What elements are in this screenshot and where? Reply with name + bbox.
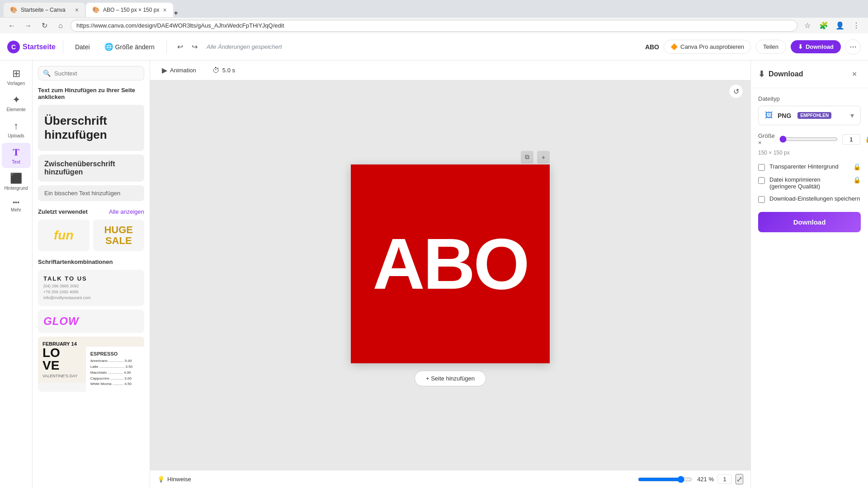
frame-copy-button[interactable]: ⧉ <box>521 151 533 164</box>
app-header: C Startseite Datei 🌐 Größe ändern ↩ ↪ Al… <box>0 33 868 61</box>
huge-sale-text: HUGESALE <box>104 225 133 246</box>
animation-button[interactable]: ▶ Animation <box>157 64 201 77</box>
refresh-button[interactable]: ↻ <box>38 19 51 32</box>
browser-toolbar: ← → ↻ ⌂ https://www.canva.com/design/DAE… <box>0 17 868 33</box>
font-sample-huge-sale[interactable]: HUGESALE <box>93 220 145 251</box>
new-tab-button[interactable]: + <box>174 9 178 17</box>
add-body-button[interactable]: Ein bisschen Text hinzufügen <box>38 185 144 201</box>
sidebar-item-hintergrund[interactable]: ⬛ Hintergrund <box>2 169 31 194</box>
tab-2-close-icon[interactable]: × <box>163 6 166 14</box>
uploads-icon: ↑ <box>14 120 19 132</box>
download-panel-header: ⬇ Download × <box>751 61 868 88</box>
search-bar[interactable]: 🔍 <box>38 66 144 80</box>
compress-checkbox[interactable] <box>758 177 765 184</box>
sidebar-item-text[interactable]: T Text <box>2 143 31 168</box>
font-combo-2[interactable]: GLOW <box>38 310 144 333</box>
logo-label: Startseite <box>23 43 56 51</box>
text-panel: 🔍 Text zum Hinzufügen zu Ihrer Seite ank… <box>33 61 150 488</box>
vorlagen-label: Vorlagen <box>7 81 25 86</box>
more-icon: ··· <box>849 42 856 52</box>
add-body-label: Ein bisschen Text hinzufügen <box>44 190 120 197</box>
add-subheading-button[interactable]: Zwischenüberschrift hinzufügen <box>38 155 144 182</box>
canvas-area: ▶ Animation ⏱ 5.0 s ↺ ⧉ + ABO <box>150 61 750 488</box>
canva-logo-icon: C <box>7 41 20 53</box>
undo-button[interactable]: ↩ <box>174 41 187 53</box>
address-bar[interactable]: https://www.canva.com/design/DAE4WOR3lts… <box>71 20 797 32</box>
add-page-button[interactable]: + Seite hinzufügen <box>415 371 486 386</box>
canvas-frame[interactable]: ABO <box>351 164 550 363</box>
redo-button[interactable]: ↪ <box>189 41 201 53</box>
svg-text:C: C <box>11 43 16 51</box>
saved-status: Alle Änderungen gespeichert <box>207 43 640 50</box>
show-all-link[interactable]: Alle anzeigen <box>109 208 144 215</box>
font-sample-fun[interactable]: fun <box>38 220 90 251</box>
font-combo-1[interactable]: TALK TO US (04) 296 3965 2092+76 209 109… <box>38 270 144 306</box>
download-header-icon: ⬇ <box>798 43 803 50</box>
canva-logo[interactable]: C Startseite <box>7 41 56 53</box>
duration-button[interactable]: ⏱ 5.0 s <box>208 64 240 77</box>
font-combinations-title: Schriftartenkombinationen <box>38 258 144 265</box>
size-value-input[interactable] <box>842 134 860 145</box>
download-panel-button[interactable]: Download <box>758 212 861 232</box>
refresh-canvas-button[interactable]: ↺ <box>729 84 743 99</box>
forward-button[interactable]: → <box>22 19 34 32</box>
menu-button[interactable]: ⋮ <box>850 19 863 32</box>
sidebar-item-vorlagen[interactable]: ⊞ Vorlagen <box>2 64 31 89</box>
text-options-title: Text zum Hinzufügen zu Ihrer Seite ankli… <box>38 87 144 100</box>
download-panel-close-button[interactable]: × <box>848 68 861 80</box>
vorlagen-icon: ⊞ <box>12 68 20 80</box>
search-icon: 🔍 <box>43 70 51 77</box>
font-combo-3[interactable]: FEBRUARY 14 LOVE VALENTINE'S DAY ESPRESS… <box>38 337 144 392</box>
browser-tab-1[interactable]: 🎨 Startseite – Canva × <box>4 3 85 17</box>
chevron-down-icon: ▾ <box>850 111 854 120</box>
transparent-bg-label[interactable]: Transparenter Hintergrund <box>769 163 849 170</box>
nav-grosse[interactable]: 🌐 Größe ändern <box>100 40 159 54</box>
sidebar-item-mehr[interactable]: ••• Mehr <box>2 195 31 216</box>
sidebar-item-elemente[interactable]: ✦ Elemente <box>2 90 31 116</box>
zoom-slider[interactable] <box>638 476 692 483</box>
hints-button[interactable]: 💡 Hinweise <box>157 476 191 483</box>
app-body: ⊞ Vorlagen ✦ Elemente ↑ Uploads T Text ⬛… <box>0 61 868 488</box>
tab-1-close-icon[interactable]: × <box>75 6 79 14</box>
frame-add-button[interactable]: + <box>537 151 550 164</box>
file-type-name: PNG <box>778 112 791 119</box>
nav-datei[interactable]: Datei <box>71 41 94 53</box>
add-title-button[interactable]: Überschrifthinzufügen <box>38 105 144 151</box>
recently-used-title: Zuletzt verwendet <box>38 208 88 215</box>
back-button[interactable]: ← <box>5 19 18 32</box>
bookmark-button[interactable]: ☆ <box>801 19 814 32</box>
download-header-button[interactable]: ⬇ Download <box>791 40 841 53</box>
animation-icon: ▶ <box>162 66 167 75</box>
undo-redo-group: ↩ ↪ <box>174 41 201 53</box>
abo-text: ABO <box>373 228 528 300</box>
hintergrund-icon: ⬛ <box>10 173 22 184</box>
browser-chrome: 🎨 Startseite – Canva × 🎨 ABO – 150 px × … <box>0 0 868 33</box>
zoom-page-input[interactable] <box>717 474 732 484</box>
search-input[interactable] <box>54 70 139 77</box>
nav-datei-label: Datei <box>75 43 90 51</box>
home-button[interactable]: ⌂ <box>54 19 67 32</box>
nav-grosse-label: Größe ändern <box>115 43 155 51</box>
extensions-button[interactable]: 🧩 <box>817 19 830 32</box>
header-right: ABO 🔶 Canva Pro ausprobieren Teilen ⬇ Do… <box>645 39 861 55</box>
download-panel-title-group: ⬇ Download <box>758 69 803 79</box>
zoom-value: 421 % <box>696 476 714 483</box>
profile-button[interactable]: 👤 <box>834 19 846 32</box>
browser-tab-2[interactable]: 🎨 ABO – 150 px × 150 px × <box>86 3 173 17</box>
size-lock-icon: 🔒 <box>865 136 868 143</box>
sidebar-item-uploads[interactable]: ↑ Uploads <box>2 117 31 142</box>
project-name: ABO <box>645 43 659 51</box>
size-slider[interactable] <box>779 136 838 143</box>
save-settings-label[interactable]: Download-Einstellungen speichern <box>769 195 861 202</box>
file-type-select[interactable]: 🖼 PNG EMPFOHLEN ▾ <box>758 106 861 125</box>
address-text: https://www.canva.com/design/DAE4WOR3lts… <box>76 22 284 29</box>
text-icon: T <box>13 146 19 158</box>
fit-screen-button[interactable]: ⤢ <box>736 474 743 484</box>
teilen-button[interactable]: Teilen <box>755 40 786 54</box>
save-settings-checkbox[interactable] <box>758 196 765 203</box>
transparent-bg-checkbox[interactable] <box>758 164 765 171</box>
canva-pro-button[interactable]: 🔶 Canva Pro ausprobieren <box>664 40 751 54</box>
more-button[interactable]: ··· <box>845 39 861 55</box>
compress-label[interactable]: Datei komprimieren (geringere Qualität) <box>769 176 849 190</box>
header-divider-2 <box>166 40 167 54</box>
